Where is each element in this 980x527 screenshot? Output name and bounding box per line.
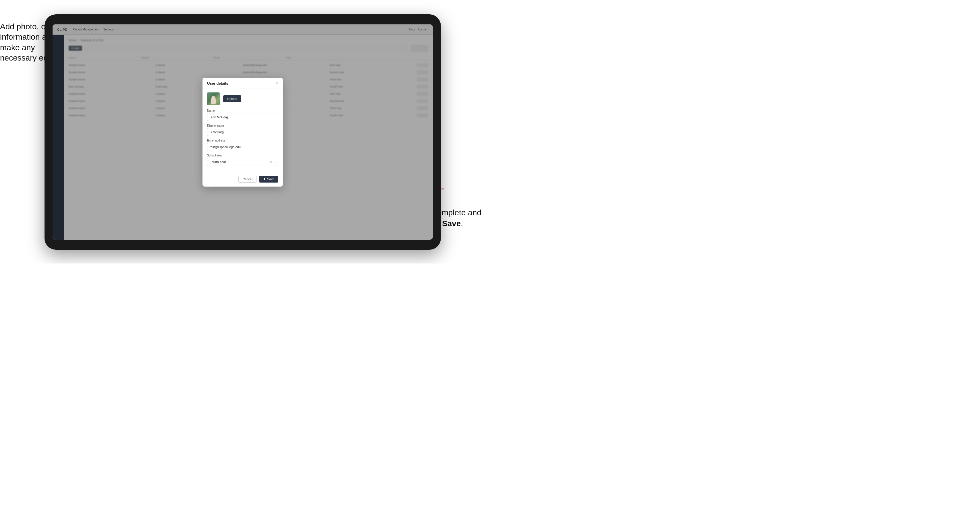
photo-image	[207, 92, 220, 105]
modal-close-button[interactable]: ×	[276, 81, 278, 86]
upload-photo-button[interactable]: Upload	[223, 95, 241, 102]
cancel-button[interactable]: Cancel	[239, 176, 257, 183]
school-year-label: School Year	[207, 154, 278, 157]
save-button[interactable]: ⬆ Save	[259, 176, 278, 183]
tablet-device: CLIPD Cohort Management Settings Help Ac…	[45, 14, 441, 250]
photo-section: Upload	[207, 92, 278, 105]
name-label: Name	[207, 109, 278, 112]
app-content: Home / Students (8 of 24) + User Name Di…	[52, 35, 433, 240]
modal-overlay: User details × Upload	[52, 24, 433, 240]
display-name-field-group: Display name	[207, 124, 278, 136]
name-input[interactable]	[207, 113, 278, 121]
tablet-screen: CLIPD Cohort Management Settings Help Ac…	[52, 24, 433, 240]
modal-title: User details	[207, 81, 228, 86]
email-field-group: Email address	[207, 139, 278, 151]
school-year-clear-icon[interactable]: ×	[270, 160, 272, 164]
modal-footer: Cancel ⬆ Save	[202, 173, 283, 187]
school-year-input[interactable]	[207, 158, 278, 166]
modal-header: User details ×	[202, 78, 283, 89]
name-field-group: Name	[207, 109, 278, 121]
school-year-field-group: School Year × ⌄	[207, 154, 278, 166]
user-details-modal: User details × Upload	[202, 78, 283, 187]
photo-figure	[211, 96, 216, 104]
user-photo-thumbnail	[207, 92, 220, 105]
display-name-label: Display name	[207, 124, 278, 127]
email-label: Email address	[207, 139, 278, 142]
chevron-down-icon: ⌄	[274, 160, 277, 163]
school-year-select-wrapper: × ⌄	[207, 158, 278, 166]
display-name-input[interactable]	[207, 128, 278, 136]
save-icon: ⬆	[263, 177, 266, 181]
modal-body: Upload Name Display name	[202, 89, 283, 173]
email-input[interactable]	[207, 143, 278, 151]
